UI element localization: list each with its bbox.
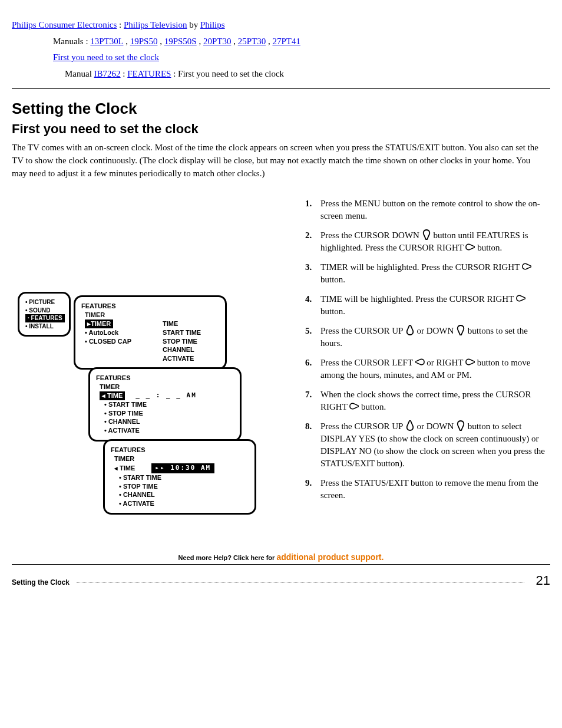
osd2-stop: STOP TIME <box>163 337 201 346</box>
osd2-channel: CHANNEL <box>163 345 201 354</box>
osd-panel-2: FEATURES TIMER ▸TIMER AutoLock CLOSED CA… <box>74 295 227 370</box>
cursor-right-icon <box>516 293 525 304</box>
crumb-model-5[interactable]: 25PT30 <box>238 37 266 46</box>
support-link[interactable]: additional product support. <box>276 552 384 562</box>
osd4-time-label: ◂ TIME <box>114 464 135 473</box>
step-2: 2. Press the CURSOR DOWN button until FE… <box>305 229 550 254</box>
crumb-brand[interactable]: Philips <box>200 20 225 29</box>
osd-illustration: PICTURE SOUND · FEATURES INSTALL FEATURE… <box>12 292 289 539</box>
osd-panel-3: FEATURES TIMER ◂ TIME _ _ : _ _ AM START… <box>88 367 242 442</box>
crumb-home[interactable]: Philips Consumer Electronics <box>12 20 117 29</box>
step-8: 8. Press the CURSOR UP or DOWN button to… <box>305 420 550 470</box>
cursor-right-icon <box>465 357 475 367</box>
crumb-tail: : First you need to set the clock <box>173 69 284 78</box>
divider-bottom <box>12 564 550 565</box>
footer-dots <box>77 582 524 582</box>
cursor-left-icon <box>415 357 425 367</box>
crumb-manual-number[interactable]: IB7262 <box>94 69 121 78</box>
breadcrumb: Philips Consumer Electronics : Philips T… <box>12 18 550 81</box>
step-4: 4. TIME will be highlighted. Press the C… <box>305 293 550 318</box>
cursor-up-icon <box>405 420 415 431</box>
step-1: 1. Press the MENU button on the remote c… <box>305 197 550 222</box>
page-title: Setting the Clock <box>12 100 550 118</box>
osd4-start: START TIME <box>111 473 249 482</box>
osd1-install: INSTALL <box>25 322 63 331</box>
osd3-stop: STOP TIME <box>96 409 234 418</box>
osd3-activate: ACTIVATE <box>96 426 234 435</box>
osd-panel-4: FEATURES TIMER ◂ TIME ▸▸ 10:30 AM START … <box>103 439 256 515</box>
cursor-right-icon <box>465 242 475 252</box>
cursor-down-icon <box>456 325 465 335</box>
step-5: 5. Press the CURSOR UP or DOWN buttons t… <box>305 325 550 350</box>
osd4-activate: ACTIVATE <box>111 499 249 508</box>
osd3-start: START TIME <box>96 400 234 409</box>
cursor-down-icon <box>422 229 431 240</box>
osd2-activate: ACTIVATE <box>163 354 201 363</box>
footer-page: 21 <box>531 573 550 588</box>
osd4-channel: CHANNEL <box>111 490 249 499</box>
crumb-section[interactable]: FEATURES <box>127 69 171 78</box>
crumb-model-3[interactable]: 19PS50S <box>164 37 197 46</box>
crumb-model-6[interactable]: 27PT41 <box>272 37 300 46</box>
osd3-channel: CHANNEL <box>96 417 234 426</box>
osd2-title: FEATURES <box>81 302 219 311</box>
crumb-manual-label: Manual <box>65 69 94 78</box>
cursor-right-icon <box>522 261 531 272</box>
steps-list: 1. Press the MENU button on the remote c… <box>305 197 550 539</box>
osd3-blank-time: _ _ : _ _ AM <box>135 391 196 400</box>
support-line: Need more Help? Click here for additiona… <box>12 552 550 562</box>
step-3: 3. TIMER will be highlighted. Press the … <box>305 261 550 286</box>
crumb-model-4[interactable]: 20PT30 <box>203 37 232 46</box>
osd1-picture: PICTURE <box>25 298 63 307</box>
osd4-stop: STOP TIME <box>111 482 249 491</box>
footer: Setting the Clock 21 <box>12 573 550 588</box>
crumb-sep: : <box>119 20 124 29</box>
cursor-right-icon <box>349 401 359 411</box>
divider-top <box>12 88 550 89</box>
osd2-sub: TIMER <box>81 311 219 319</box>
cursor-down-icon <box>456 420 465 431</box>
crumb-by: by <box>189 20 200 29</box>
page-subtitle: First you need to set the clock <box>12 121 550 137</box>
crumb-model-2[interactable]: 19PS50 <box>130 37 158 46</box>
osd2-start: START TIME <box>163 328 201 337</box>
step-9: 9. Press the STATUS/EXIT button to remov… <box>305 477 550 502</box>
osd3-sub: TIMER <box>96 383 234 391</box>
osd1-features: · FEATURES <box>25 314 65 322</box>
step-6: 6. Press the CURSOR LEFT or RIGHT button… <box>305 357 550 381</box>
osd2-autolock: AutoLock <box>81 328 152 337</box>
intro-paragraph: The TV comes with an on-screen clock. Mo… <box>12 141 542 180</box>
crumb-division[interactable]: Philips Television <box>124 20 187 29</box>
osd1-sound: SOUND <box>25 307 63 315</box>
cursor-up-icon <box>405 325 415 335</box>
osd4-sub: TIMER <box>111 454 249 463</box>
osd4-title: FEATURES <box>111 446 249 454</box>
crumb-model-1[interactable]: 13PT30L <box>90 37 123 46</box>
crumb-topic[interactable]: First you need to set the clock <box>53 52 159 62</box>
osd4-time-value: ▸▸ 10:30 AM <box>151 463 214 473</box>
step-7: 7. When the clock shows the correct time… <box>305 388 550 413</box>
osd3-time: ◂ TIME <box>100 391 125 400</box>
osd2-time: TIME <box>163 319 201 328</box>
osd2-timer: ▸TIMER <box>85 319 113 328</box>
crumb-manuals-label: Manuals : <box>53 37 90 46</box>
osd2-cc: CLOSED CAP <box>81 337 152 346</box>
osd-panel-1: PICTURE SOUND · FEATURES INSTALL <box>18 292 71 337</box>
osd3-title: FEATURES <box>96 374 234 383</box>
footer-title: Setting the Clock <box>12 578 70 587</box>
